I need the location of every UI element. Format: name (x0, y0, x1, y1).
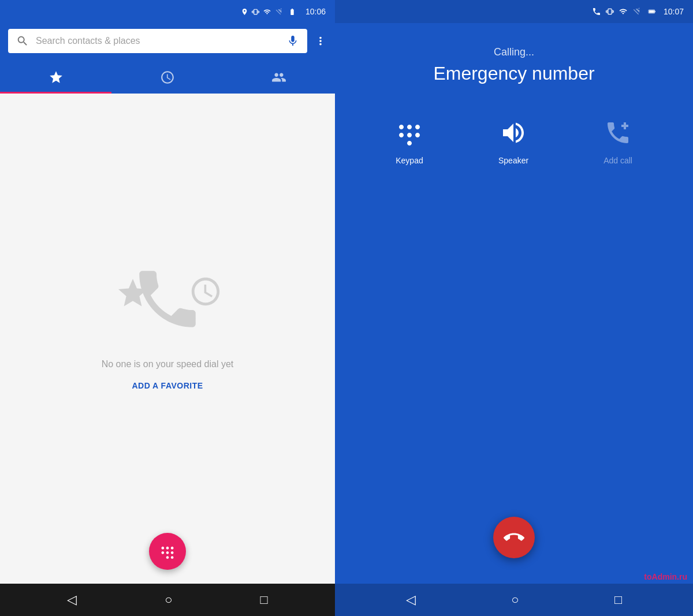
search-icon (16, 35, 29, 47)
status-bar-right: 10:07 (335, 0, 693, 23)
speaker-action[interactable]: Speaker (498, 119, 528, 165)
right-panel: 10:07 Calling... Emergency number Keypad… (335, 0, 693, 616)
recent-button-left[interactable]: □ (260, 592, 268, 607)
nav-bar-left: ◁ ○ □ (0, 584, 335, 616)
dialpad-fab[interactable] (149, 533, 186, 570)
svg-rect-1 (649, 10, 654, 13)
end-call-button[interactable] (493, 517, 535, 558)
tabs-bar (0, 61, 335, 94)
battery-icon-right (645, 8, 659, 16)
empty-state-icons (110, 253, 225, 345)
calling-area: Calling... Emergency number (335, 23, 693, 84)
keypad-icon (396, 119, 423, 147)
tab-recents[interactable] (111, 61, 223, 94)
home-button-right[interactable]: ○ (511, 592, 519, 607)
calling-name: Emergency number (433, 63, 594, 84)
speaker-icon (500, 119, 527, 147)
left-content: No one is on your speed dial yet ADD A F… (0, 94, 335, 584)
signal-off-icon (275, 8, 282, 16)
svg-rect-2 (655, 11, 655, 12)
search-bar: Search contacts & places (0, 23, 335, 61)
add-call-icon (604, 119, 632, 147)
keypad-action[interactable]: Keypad (396, 119, 423, 165)
watermark: toAdmin.ru (644, 572, 687, 581)
battery-icon (286, 8, 299, 16)
contacts-icon (271, 70, 286, 85)
more-icon[interactable] (314, 35, 327, 47)
wifi-icon (263, 8, 271, 16)
signal-off-icon-right (632, 8, 640, 16)
add-favorite-button[interactable]: ADD A FAVORITE (132, 381, 203, 390)
vibrate-icon-right (606, 8, 614, 16)
dialpad-icon (159, 543, 176, 559)
status-bar-left: 10:06 (0, 0, 335, 23)
search-box[interactable]: Search contacts & places (8, 29, 307, 53)
home-button-left[interactable]: ○ (165, 592, 172, 607)
back-button-left[interactable]: ◁ (67, 592, 77, 607)
left-panel: 10:06 Search contacts & places (0, 0, 335, 616)
calling-status: Calling... (494, 46, 534, 58)
back-button-right[interactable]: ◁ (406, 592, 416, 607)
recent-button-right[interactable]: □ (614, 592, 622, 607)
nav-bar-right: ◁ ○ □ (335, 584, 693, 616)
end-call-icon (504, 527, 524, 548)
keypad-label: Keypad (396, 156, 423, 165)
add-call-action[interactable]: Add call (603, 119, 632, 165)
left-time: 10:06 (305, 7, 326, 16)
tab-contacts[interactable] (223, 61, 335, 94)
mic-icon[interactable] (286, 35, 299, 47)
clock-icon (160, 70, 175, 85)
empty-message: No one is on your speed dial yet (102, 359, 234, 369)
speaker-label: Speaker (498, 156, 528, 165)
search-placeholder: Search contacts & places (36, 36, 280, 46)
right-time: 10:07 (664, 7, 684, 16)
status-icons-left (241, 8, 299, 16)
empty-clock-icon (189, 275, 222, 308)
add-call-label: Add call (603, 156, 632, 165)
call-icon-status (592, 7, 601, 16)
end-call-area (493, 517, 535, 558)
vibrate-icon (252, 8, 259, 16)
star-icon (49, 70, 64, 85)
location-icon (241, 8, 248, 16)
call-actions: Keypad Speaker Add call (335, 84, 693, 165)
wifi-icon-right (619, 8, 628, 16)
tab-favorites[interactable] (0, 61, 111, 94)
